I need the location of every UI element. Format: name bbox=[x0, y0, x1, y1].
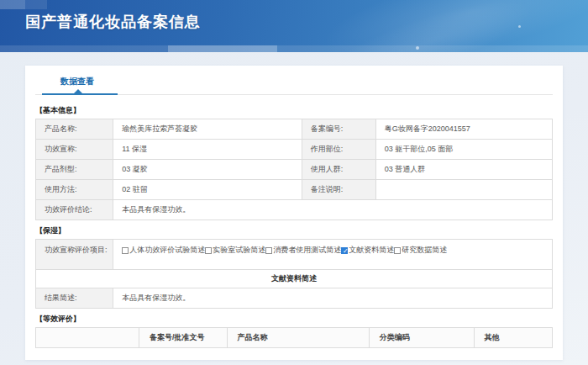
field-label: 功效宣称评价项目: bbox=[36, 240, 113, 270]
table-row: 使用方法: 02 驻留 备注说明: bbox=[36, 180, 553, 200]
column-header: 分类编码 bbox=[369, 328, 474, 348]
tab-bar: 数据查看 bbox=[35, 76, 553, 95]
table-row: 功效评价结论: 本品具有保湿功效。 bbox=[36, 200, 553, 220]
table-row: 产品名称: 瑜然美库拉索芦荟凝胶 备案编号: 粤G妆网备字2020041557 bbox=[36, 119, 553, 140]
checkbox-item[interactable]: 实验室试验简述 bbox=[205, 245, 265, 256]
section-title-moisturizing: 【保湿】 bbox=[35, 225, 553, 236]
page-title: 国产普通化妆品备案信息 bbox=[25, 12, 201, 32]
column-header: 备案号/批准文号 bbox=[139, 328, 228, 348]
page-header: 国产普通化妆品备案信息 bbox=[0, 0, 588, 52]
checkbox-group: 人体功效评价试验简述实验室试验简述消费者使用测试简述文献资料简述研究数据简述 bbox=[113, 240, 553, 270]
checkbox-checked-icon[interactable] bbox=[341, 247, 348, 254]
header-decoration bbox=[25, 0, 47, 9]
checkbox-label: 人体功效评价试验简述 bbox=[129, 245, 205, 256]
checkbox-unchecked-icon[interactable] bbox=[265, 247, 272, 254]
equivalent-eval-table: 备案号/批准文号 产品名称 分类编码 其他 bbox=[35, 327, 553, 348]
field-value: 02 驻留 bbox=[113, 180, 302, 200]
basic-info-table: 产品名称: 瑜然美库拉索芦荟凝胶 备案编号: 粤G妆网备字2020041557 … bbox=[35, 119, 553, 220]
header-decoration bbox=[0, 45, 588, 52]
header-decoration bbox=[518, 25, 521, 28]
checkbox-unchecked-icon[interactable] bbox=[394, 247, 401, 254]
field-label: 产品名称: bbox=[36, 119, 113, 140]
column-header: 产品名称 bbox=[227, 328, 369, 348]
checkbox-label: 文献资料简述 bbox=[349, 245, 394, 256]
field-label: 使用人群: bbox=[302, 160, 375, 180]
checkbox-item[interactable]: 人体功效评价试验简述 bbox=[122, 245, 205, 256]
checkbox-label: 消费者使用测试简述 bbox=[273, 245, 341, 256]
field-value: 粤G妆网备字2020041557 bbox=[375, 119, 552, 140]
field-value bbox=[375, 180, 552, 200]
active-tab-indicator bbox=[42, 93, 118, 95]
section-title-equivalent-eval: 【等效评价】 bbox=[35, 314, 553, 325]
moisturizing-table: 功效宣称评价项目: 人体功效评价试验简述实验室试验简述消费者使用测试简述文献资料… bbox=[35, 239, 553, 309]
table-row: 功效宣称: 11 保湿 作用部位: 03 躯干部位,05 面部 bbox=[36, 140, 553, 160]
field-value: 本品具有保湿功效。 bbox=[113, 200, 553, 220]
field-label: 作用部位: bbox=[302, 140, 375, 160]
checkbox-label: 实验室试验简述 bbox=[213, 245, 265, 256]
content-card: 数据查看 【基本信息】 产品名称: 瑜然美库拉索芦荟凝胶 备案编号: 粤G妆网备… bbox=[25, 66, 563, 360]
section-title-basic-info: 【基本信息】 bbox=[35, 105, 553, 116]
table-row: 结果简述: 本品具有保湿功效。 bbox=[36, 288, 553, 309]
table-row: 产品剂型: 03 凝胶 使用人群: 03 普通人群 bbox=[36, 160, 553, 180]
checkbox-label: 研究数据简述 bbox=[402, 245, 447, 256]
header-decoration bbox=[0, 0, 25, 9]
tab-divider bbox=[35, 94, 553, 95]
column-header bbox=[36, 328, 139, 348]
checkbox-item[interactable]: 消费者使用测试简述 bbox=[265, 245, 341, 256]
field-value: 瑜然美库拉索芦荟凝胶 bbox=[113, 119, 302, 140]
field-label: 使用方法: bbox=[36, 180, 113, 200]
field-label: 结果简述: bbox=[36, 288, 113, 309]
table-header-row: 备案号/批准文号 产品名称 分类编码 其他 bbox=[36, 328, 553, 348]
caret-up-icon bbox=[74, 89, 82, 93]
table-row: 功效宣称评价项目: 人体功效评价试验简述实验室试验简述消费者使用测试简述文献资料… bbox=[36, 240, 553, 270]
field-label: 功效宣称: bbox=[36, 140, 113, 160]
checkbox-unchecked-icon[interactable] bbox=[205, 247, 212, 254]
field-label: 产品剂型: bbox=[36, 160, 113, 180]
field-value: 11 保湿 bbox=[113, 140, 302, 160]
column-header: 其他 bbox=[474, 328, 552, 348]
field-value: 03 普通人群 bbox=[375, 160, 552, 180]
field-label: 备注说明: bbox=[302, 180, 375, 200]
checkbox-item[interactable]: 研究数据简述 bbox=[394, 245, 447, 256]
field-label: 备案编号: bbox=[302, 119, 375, 140]
field-value: 本品具有保湿功效。 bbox=[113, 288, 553, 309]
table-row: 文献资料简述 bbox=[36, 270, 553, 288]
subsection-title: 文献资料简述 bbox=[36, 270, 553, 288]
checkbox-item[interactable]: 文献资料简述 bbox=[341, 245, 394, 256]
field-value: 03 躯干部位,05 面部 bbox=[375, 140, 552, 160]
header-decoration bbox=[168, 45, 277, 52]
checkbox-unchecked-icon[interactable] bbox=[122, 247, 129, 254]
header-decoration bbox=[416, 46, 419, 50]
field-value: 03 凝胶 bbox=[113, 160, 302, 180]
field-label: 功效评价结论: bbox=[36, 200, 113, 220]
